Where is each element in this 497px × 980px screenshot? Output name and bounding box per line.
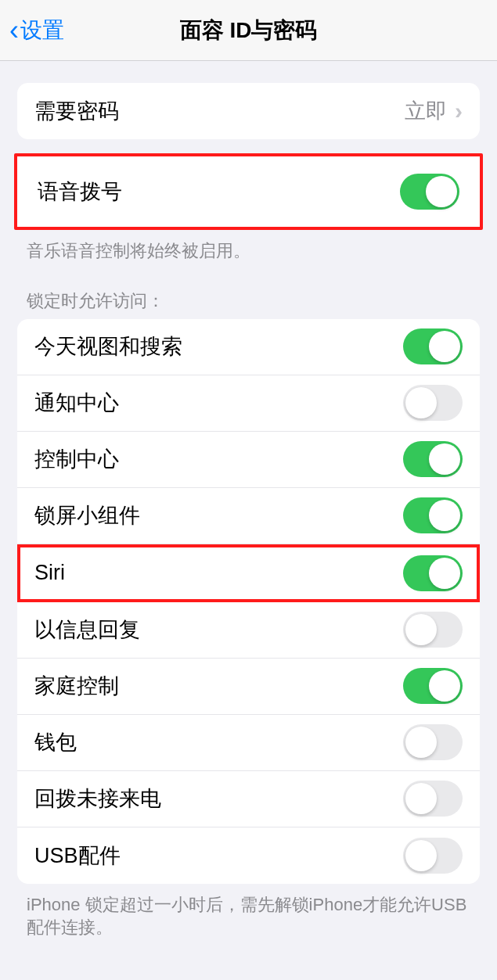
lock-screen-widgets-toggle[interactable] xyxy=(403,497,463,533)
today-view-label: 今天视图和搜索 xyxy=(34,332,182,361)
voice-dial-highlight: 语音拨号 xyxy=(14,153,483,230)
reply-with-message-label: 以信息回复 xyxy=(34,616,140,644)
wallet-label: 钱包 xyxy=(34,728,77,756)
voice-dial-row[interactable]: 语音拨号 xyxy=(17,156,480,227)
toggle-knob xyxy=(426,176,457,207)
usb-accessories-toggle[interactable] xyxy=(403,838,463,874)
require-passcode-label: 需要密码 xyxy=(34,97,119,125)
require-passcode-row[interactable]: 需要密码 立即 › xyxy=(17,83,480,139)
usb-accessories-label: USB配件 xyxy=(34,842,121,870)
usb-accessories-row[interactable]: USB配件 xyxy=(17,827,480,884)
wallet-toggle[interactable] xyxy=(403,724,463,760)
passcode-group: 需要密码 立即 › xyxy=(17,83,480,139)
require-passcode-value: 立即 › xyxy=(405,97,463,125)
usb-footer: iPhone 锁定超过一小时后，需先解锁iPhone才能允许USB 配件连接。 xyxy=(0,884,497,939)
siri-toggle[interactable] xyxy=(403,555,463,591)
today-view-toggle[interactable] xyxy=(403,328,463,364)
return-missed-calls-row[interactable]: 回拨未接来电 xyxy=(17,771,480,827)
reply-with-message-toggle[interactable] xyxy=(403,612,463,648)
control-center-label: 控制中心 xyxy=(34,445,119,473)
voice-dial-label: 语音拨号 xyxy=(38,178,122,206)
today-view-row[interactable]: 今天视图和搜索 xyxy=(17,319,480,375)
control-center-row[interactable]: 控制中心 xyxy=(17,432,480,488)
home-control-row[interactable]: 家庭控制 xyxy=(17,659,480,715)
chevron-left-icon: ‹ xyxy=(9,16,19,45)
locked-access-group: 今天视图和搜索 通知中心 控制中心 锁屏小组件 Siri 以信息回复 家庭控制 xyxy=(17,319,480,884)
navigation-bar: ‹ 设置 面容 ID与密码 xyxy=(0,0,497,61)
lock-screen-widgets-row[interactable]: 锁屏小组件 xyxy=(17,488,480,544)
page-title: 面容 ID与密码 xyxy=(180,16,318,45)
notification-center-row[interactable]: 通知中心 xyxy=(17,375,480,432)
notification-center-toggle[interactable] xyxy=(403,385,463,421)
back-label: 设置 xyxy=(20,16,64,45)
home-control-toggle[interactable] xyxy=(403,668,463,704)
return-missed-calls-label: 回拨未接来电 xyxy=(34,784,161,813)
chevron-right-icon: › xyxy=(455,98,463,124)
return-missed-calls-toggle[interactable] xyxy=(403,781,463,817)
voice-dial-footer: 音乐语音控制将始终被启用。 xyxy=(0,230,497,263)
wallet-row[interactable]: 钱包 xyxy=(17,715,480,771)
lock-screen-widgets-label: 锁屏小组件 xyxy=(34,501,140,529)
back-button[interactable]: ‹ 设置 xyxy=(0,16,64,45)
notification-center-label: 通知中心 xyxy=(34,389,119,417)
siri-row[interactable]: Siri xyxy=(17,544,480,602)
siri-label: Siri xyxy=(34,561,65,585)
home-control-label: 家庭控制 xyxy=(34,672,119,700)
reply-with-message-row[interactable]: 以信息回复 xyxy=(17,602,480,659)
locked-access-header: 锁定时允许访问： xyxy=(0,263,497,319)
control-center-toggle[interactable] xyxy=(403,441,463,477)
voice-dial-toggle[interactable] xyxy=(400,174,459,210)
